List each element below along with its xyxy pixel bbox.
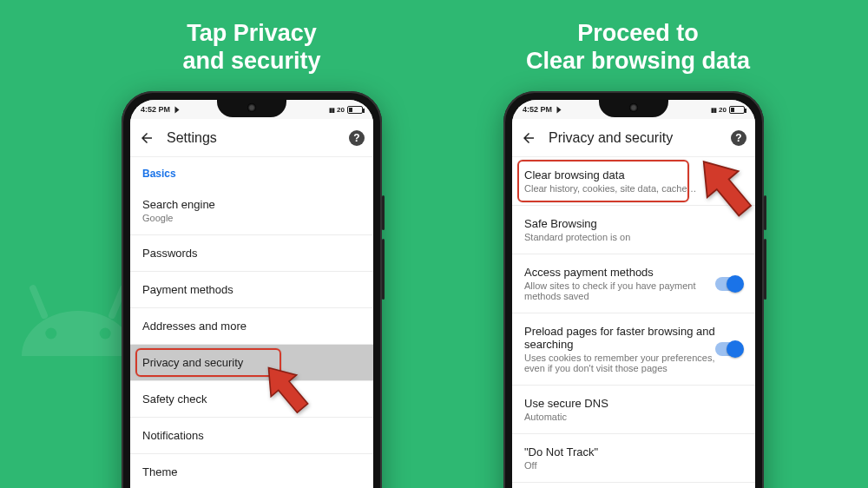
back-arrow-icon[interactable]: [139, 130, 155, 146]
item-sub: Allow sites to check if you have payment…: [524, 280, 715, 301]
svg-marker-4: [256, 357, 315, 419]
item-addresses[interactable]: Addresses and more: [130, 308, 373, 345]
svg-point-1: [100, 328, 111, 340]
app-bar: Settings ?: [130, 119, 373, 157]
section-header-basics: Basics: [130, 157, 373, 187]
screen-left: 4:52 PM 20 Settings ? Basics Search engi…: [130, 100, 373, 488]
battery-text: 20: [719, 106, 727, 114]
caption-left-line1: Tap Privacy: [122, 19, 382, 47]
caption-right-line2: Clear browsing data: [482, 47, 794, 75]
toggle-preload[interactable]: [715, 342, 743, 356]
caption-right: Proceed to Clear browsing data: [482, 19, 794, 76]
item-sub: Off: [524, 460, 743, 471]
battery-text: 20: [337, 106, 345, 114]
item-preload-pages[interactable]: Preload pages for faster browsing and se…: [512, 313, 755, 386]
item-label: Addresses and more: [142, 320, 361, 333]
item-label: Payment methods: [142, 283, 361, 296]
svg-point-0: [45, 328, 56, 340]
item-sub: Uses cookies to remember your preference…: [524, 353, 715, 373]
settings-list: Basics Search engine Google Passwords Pa…: [130, 157, 373, 488]
item-label: Theme: [142, 465, 361, 478]
item-sub: Standard protection is on: [524, 232, 743, 242]
caption-left-line2: and security: [122, 47, 382, 75]
status-time: 4:52 PM: [523, 105, 552, 114]
back-arrow-icon[interactable]: [521, 130, 536, 146]
battery-icon: [729, 106, 745, 114]
signal-icon: [329, 105, 334, 114]
play-icon: [175, 106, 180, 113]
caption-right-line1: Proceed to: [482, 19, 794, 47]
help-icon[interactable]: ?: [349, 130, 365, 146]
svg-line-2: [33, 288, 44, 315]
notch: [599, 100, 668, 117]
camera-dot: [247, 103, 256, 112]
status-time: 4:52 PM: [141, 105, 170, 114]
help-icon[interactable]: ?: [731, 130, 746, 146]
item-passwords[interactable]: Passwords: [130, 235, 373, 272]
svg-marker-5: [688, 148, 760, 224]
item-theme[interactable]: Theme: [130, 454, 373, 488]
item-sub: Automatic: [524, 412, 743, 422]
play-icon: [557, 106, 562, 113]
battery-icon: [347, 106, 363, 114]
item-sub: Google: [142, 213, 361, 223]
page-title: Privacy and security: [549, 130, 719, 146]
item-label: Notifications: [142, 429, 361, 442]
item-label: Passwords: [142, 247, 361, 260]
item-label: Preload pages for faster browsing and se…: [524, 325, 715, 351]
camera-dot: [629, 103, 638, 112]
item-payment-methods[interactable]: Payment methods: [130, 272, 373, 308]
phone-frame-left: 4:52 PM 20 Settings ? Basics Search engi…: [122, 91, 382, 488]
item-label: Access payment methods: [524, 266, 715, 279]
item-privacy-sandbox[interactable]: Privacy Sandbox: [512, 483, 755, 488]
callout-arrow-right: [686, 148, 764, 229]
item-search-engine[interactable]: Search engine Google: [130, 187, 373, 235]
item-access-payment-methods[interactable]: Access payment methods Allow sites to ch…: [512, 254, 755, 313]
item-label: "Do Not Track": [524, 445, 743, 458]
page-title: Settings: [167, 130, 337, 146]
toggle-payment[interactable]: [715, 277, 743, 291]
item-do-not-track[interactable]: "Do Not Track" Off: [512, 434, 755, 483]
item-label: Search engine: [142, 198, 361, 211]
item-secure-dns[interactable]: Use secure DNS Automatic: [512, 386, 755, 434]
item-label: Use secure DNS: [524, 397, 743, 410]
callout-arrow-left: [252, 354, 321, 427]
caption-left: Tap Privacy and security: [122, 19, 382, 76]
signal-icon: [711, 105, 716, 114]
notch: [217, 100, 286, 117]
